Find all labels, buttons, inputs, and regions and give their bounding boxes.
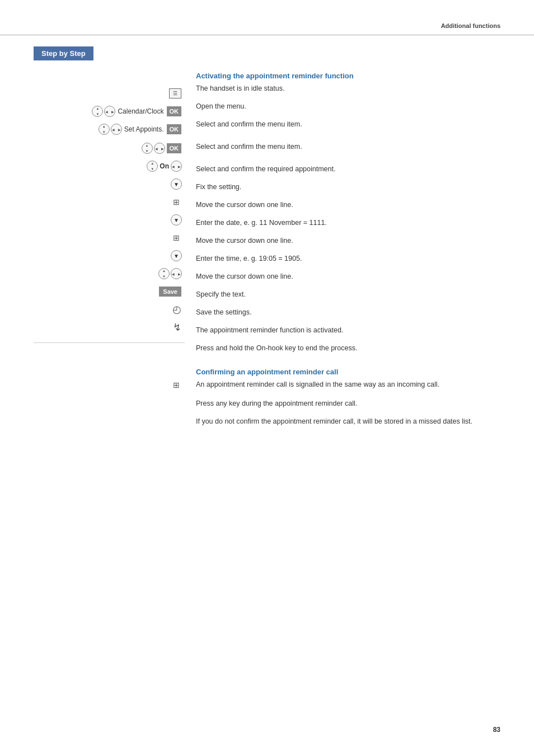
step-by-step-label: Step by Step — [34, 46, 93, 60]
step-fix: Fix the setting. — [196, 182, 500, 196]
row-cursor-down-3: ▼ — [34, 248, 185, 263]
keypad-icon-1: ⊞ — [171, 196, 182, 208]
step-press-key: Press any key during the appointment rem… — [196, 398, 500, 413]
row-onhook: ↯ — [34, 320, 185, 335]
row-cursor-down-2: ▼ — [34, 213, 185, 227]
keypad-icon-3: ⊞ — [171, 379, 182, 391]
spacer-2 — [196, 159, 500, 164]
row-set-appoints: Set Appoints. OK — [34, 122, 185, 137]
step-signal: An appointment reminder call is signalle… — [196, 379, 500, 394]
step-specify-text-text: Specify the text. — [196, 289, 246, 300]
step-activated: The appointment reminder function is act… — [196, 325, 500, 340]
on-label: On — [160, 162, 169, 170]
cursor-down-icon-2: ▼ — [171, 214, 182, 226]
calendar-label: Calendar/Clock — [118, 107, 163, 115]
step-calendar: Select and confirm the menu item. — [196, 119, 500, 134]
step-if-not: If you do not confirm the appointment re… — [196, 416, 500, 431]
step-set-appoints: Select and confirm the menu item. — [196, 142, 500, 156]
row-keypad-date: ⊞ — [34, 195, 185, 209]
step-fix-text: Fix the setting. — [196, 182, 241, 192]
row-signal-empty — [34, 351, 185, 374]
step-calendar-text: Select and confirm the menu item. — [196, 119, 302, 130]
ok-button-2: OK — [167, 124, 182, 134]
ok-button-1: OK — [167, 106, 182, 116]
step-onhook-text: Press and hold the On-hook key to end th… — [196, 343, 357, 354]
row-on-setting: On — [34, 159, 185, 173]
right-column: Activating the appointment reminder func… — [190, 71, 500, 434]
ok-button-3: OK — [167, 143, 182, 153]
step-specify-text: Specify the text. — [196, 289, 500, 304]
left-column: ☰ Calendar/Clock OK Set Appoints. OK OK — [34, 71, 190, 434]
clock-icon: ◴ — [172, 303, 181, 316]
menu-icon: ☰ — [169, 88, 181, 98]
section-title: Additional functions — [441, 22, 500, 29]
nav-ud-icon-5 — [158, 268, 170, 279]
nav-ud-icon-3 — [142, 143, 153, 154]
step-signal-text: An appointment reminder call is signalle… — [196, 379, 439, 390]
step-save: Save the settings. — [196, 307, 500, 322]
row-calendar: Calendar/Clock OK — [34, 104, 185, 119]
step-menu-text: Open the menu. — [196, 101, 246, 112]
nav-lr-icon-3 — [154, 143, 165, 154]
page-number: 83 — [493, 726, 500, 734]
section-separator — [34, 342, 185, 343]
step-confirm-appt: Select and confirm the required appointm… — [196, 164, 500, 179]
content-area: Step by Step ☰ Calendar/Clock OK Set App… — [0, 46, 534, 468]
cursor-down-icon-3: ▼ — [171, 250, 182, 261]
step-idle-text: The handset is in idle status. — [196, 83, 284, 94]
step-cursor-down-1-text: Move the cursor down one line. — [196, 200, 293, 210]
row-confirm-appt: OK — [34, 141, 185, 156]
step-activated-text: The appointment reminder function is act… — [196, 325, 343, 336]
nav-lr-icon-5 — [171, 268, 182, 279]
step-enter-time-text: Enter the time, e. g. 19:05 = 1905. — [196, 253, 302, 264]
step-enter-date-text: Enter the date, e. g. 11 November = 1111… — [196, 218, 327, 228]
step-enter-time: Enter the time, e. g. 19:05 = 1905. — [196, 253, 500, 268]
activating-section-title: Activating the appointment reminder func… — [196, 72, 500, 80]
page-header: Additional functions — [0, 0, 534, 35]
set-appoints-label: Set Appoints. — [124, 125, 164, 133]
step-save-text: Save the settings. — [196, 307, 251, 318]
confirming-section-title: Confirming an appointment reminder call — [196, 368, 500, 376]
step-cursor-down-2: Move the cursor down one line. — [196, 236, 500, 250]
main-layout: ☰ Calendar/Clock OK Set Appoints. OK OK — [34, 71, 500, 434]
nav-ud-icon-1 — [92, 106, 103, 117]
step-press-key-text: Press any key during the appointment rem… — [196, 398, 357, 409]
step-cursor-down-3-text: Move the cursor down one line. — [196, 271, 293, 282]
step-enter-date: Enter the date, e. g. 11 November = 1111… — [196, 218, 500, 232]
step-cursor-down-3: Move the cursor down one line. — [196, 271, 500, 286]
nav-lr-icon-1 — [104, 106, 115, 117]
nav-lr-icon-2 — [111, 124, 122, 135]
keypad-icon-2: ⊞ — [171, 232, 182, 243]
step-if-not-text: If you do not confirm the appointment re… — [196, 416, 472, 427]
onhook-icon: ↯ — [173, 321, 181, 334]
nav-ud-icon-2 — [99, 124, 110, 135]
step-cursor-down-1: Move the cursor down one line. — [196, 200, 500, 214]
step-set-appoints-text: Select and confirm the menu item. — [196, 142, 302, 152]
cursor-down-icon-1: ▼ — [171, 179, 182, 190]
step-menu: Open the menu. — [196, 101, 500, 116]
row-keypad-confirm: ⊞ — [34, 378, 185, 392]
row-menu-icon: ☰ — [34, 86, 185, 101]
step-onhook: Press and hold the On-hook key to end th… — [196, 343, 500, 358]
nav-ud-icon-4 — [147, 161, 158, 172]
row-specify-text — [34, 266, 185, 281]
row-cursor-down-1: ▼ — [34, 177, 185, 191]
nav-lr-icon-4 — [171, 161, 182, 172]
row-keypad-time: ⊞ — [34, 231, 185, 245]
row-save: Save — [34, 284, 185, 299]
step-confirm-appt-text: Select and confirm the required appointm… — [196, 164, 335, 175]
step-cursor-down-2-text: Move the cursor down one line. — [196, 236, 293, 246]
spacer-1 — [196, 137, 500, 142]
save-button: Save — [159, 287, 181, 297]
spacer-section — [196, 361, 500, 367]
step-idle: The handset is in idle status. — [196, 83, 500, 98]
row-clock-activated: ◴ — [34, 302, 185, 317]
